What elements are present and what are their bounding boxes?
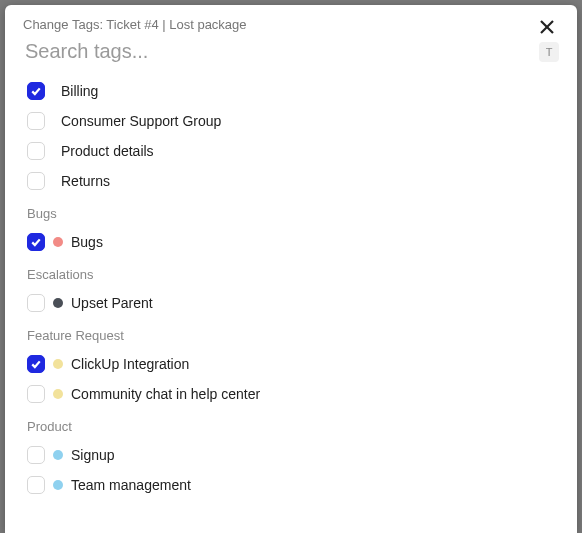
- tag-checkbox[interactable]: [27, 355, 45, 373]
- tag-label: Returns: [61, 173, 110, 189]
- tag-row[interactable]: Upset Parent: [25, 288, 559, 318]
- search-input[interactable]: [23, 39, 531, 64]
- close-icon: [539, 19, 555, 35]
- tag-label: Product details: [61, 143, 154, 159]
- tag-row[interactable]: Bugs: [25, 227, 559, 257]
- color-dot: [53, 389, 63, 399]
- tag-row[interactable]: Consumer Support Group: [25, 106, 559, 136]
- tag-label: Consumer Support Group: [61, 113, 221, 129]
- tag-label: Billing: [61, 83, 98, 99]
- tag-label: Upset Parent: [71, 295, 153, 311]
- close-button[interactable]: [535, 15, 559, 39]
- tag-label: ClickUp Integration: [71, 356, 189, 372]
- tag-checkbox[interactable]: [27, 446, 45, 464]
- tag-row[interactable]: Billing: [25, 76, 559, 106]
- color-dot: [53, 237, 63, 247]
- tag-row[interactable]: Product details: [25, 136, 559, 166]
- tag-label: Signup: [71, 447, 115, 463]
- tag-checkbox[interactable]: [27, 172, 45, 190]
- modal-header: Change Tags: Ticket #4 | Lost package: [5, 5, 577, 39]
- check-icon: [30, 85, 42, 97]
- modal-title: Change Tags: Ticket #4 | Lost package: [23, 17, 527, 32]
- tag-checkbox[interactable]: [27, 82, 45, 100]
- tag-label: Community chat in help center: [71, 386, 260, 402]
- shortcut-badge: T: [539, 42, 559, 62]
- tag-label: Bugs: [71, 234, 103, 250]
- tag-checkbox[interactable]: [27, 112, 45, 130]
- tag-row[interactable]: Community chat in help center: [25, 379, 559, 409]
- tag-checkbox[interactable]: [27, 233, 45, 251]
- group-header: Bugs: [27, 206, 559, 221]
- color-dot: [53, 359, 63, 369]
- group-header: Escalations: [27, 267, 559, 282]
- tag-label: Team management: [71, 477, 191, 493]
- tag-row[interactable]: ClickUp Integration: [25, 349, 559, 379]
- tag-checkbox[interactable]: [27, 294, 45, 312]
- check-icon: [30, 236, 42, 248]
- color-dot: [53, 480, 63, 490]
- tag-checkbox[interactable]: [27, 142, 45, 160]
- group-header: Feature Request: [27, 328, 559, 343]
- tag-row[interactable]: Team management: [25, 470, 559, 500]
- color-dot: [53, 298, 63, 308]
- change-tags-modal: Change Tags: Ticket #4 | Lost package T …: [5, 5, 577, 533]
- tag-row[interactable]: Returns: [25, 166, 559, 196]
- check-icon: [30, 358, 42, 370]
- tag-checkbox[interactable]: [27, 385, 45, 403]
- tag-list[interactable]: BillingConsumer Support GroupProduct det…: [5, 70, 577, 533]
- tag-row[interactable]: Signup: [25, 440, 559, 470]
- group-header: Product: [27, 419, 559, 434]
- color-dot: [53, 450, 63, 460]
- search-row: T: [5, 39, 577, 70]
- tag-checkbox[interactable]: [27, 476, 45, 494]
